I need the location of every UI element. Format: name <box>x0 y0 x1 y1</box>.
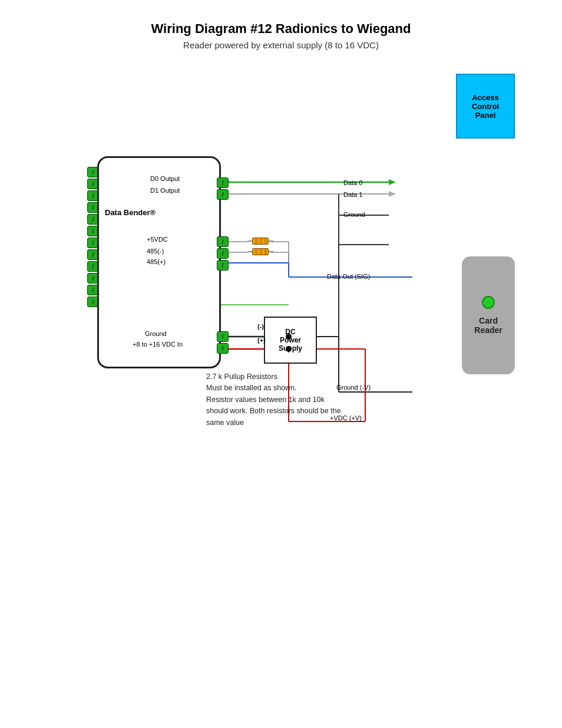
485p-screw <box>217 260 229 271</box>
note-line4: should work. Both resistors should be th… <box>206 406 341 417</box>
dc-power-supply: DC Power Supply <box>264 317 317 364</box>
data1-wire-label: Data 1 <box>343 191 362 198</box>
power-terminals <box>217 331 229 354</box>
ground-top-wire-label: Ground <box>343 211 365 218</box>
resistor-1 <box>247 238 273 245</box>
resistor-2 <box>247 248 273 255</box>
ground-label: Ground <box>145 330 167 337</box>
card-reader-label: Card Reader <box>474 316 502 335</box>
5vdc-label: +5VDC <box>147 236 168 243</box>
485p-label: 485(+) <box>147 258 166 265</box>
page-title: Wiring Diagram #12 Radionics to Wiegand <box>0 0 562 40</box>
junction-gnd <box>286 334 292 340</box>
note-line3: Resistor values between 1k and 10k <box>206 394 341 406</box>
card-reader-led <box>482 296 495 309</box>
note-line1: 2.7 k Pullup Resistors <box>206 371 341 383</box>
svg-marker-1 <box>389 179 396 185</box>
resistor-wire-right-2 <box>269 251 273 252</box>
card-reader: Card Reader <box>462 256 515 374</box>
dc-neg-label: (-) <box>257 323 264 330</box>
resistor-wire-left-1 <box>247 241 252 242</box>
notes-area: 2.7 k Pullup Resistors Must be installed… <box>206 371 341 429</box>
access-panel-label: Access Control Panel <box>472 93 499 120</box>
note-line2: Must be installed as shown. <box>206 383 341 394</box>
485m-label: 485(-) <box>147 248 164 255</box>
signal-terminals <box>217 236 229 271</box>
d1-screw <box>217 189 229 200</box>
svg-marker-3 <box>389 191 396 197</box>
d0-terminal <box>217 177 229 200</box>
resistor-wire-right-1 <box>269 241 273 242</box>
d1-output-label: D1 Output <box>150 187 180 194</box>
8to16-label: +8 to +16 VDC In <box>133 341 183 348</box>
subtitle: Reader powered by external supply (8 to … <box>0 40 562 50</box>
dataout-wire-label: Data Out (SIG) <box>327 273 370 280</box>
note-line5: same value <box>206 417 341 429</box>
resistor-wire-left-2 <box>247 251 252 252</box>
5vdc-screw <box>217 236 229 247</box>
d0-output-label: D0 Output <box>150 175 180 182</box>
junction-pwr <box>286 346 292 352</box>
resistor-body-1 <box>252 238 269 245</box>
d0-screw <box>217 177 229 188</box>
ground-bot-wire-label: Ground (-V) <box>336 384 371 391</box>
resistor-body-2 <box>252 248 269 255</box>
dc-pos-label: (+) <box>257 337 266 344</box>
gnd-screw <box>217 331 229 342</box>
access-control-panel: Access Control Panel <box>456 74 515 139</box>
pwr-screw <box>217 343 229 354</box>
data-bender-label: Data Bender® <box>105 208 156 217</box>
data0-wire-label: Data 0 <box>343 179 362 186</box>
485m-screw <box>217 248 229 259</box>
